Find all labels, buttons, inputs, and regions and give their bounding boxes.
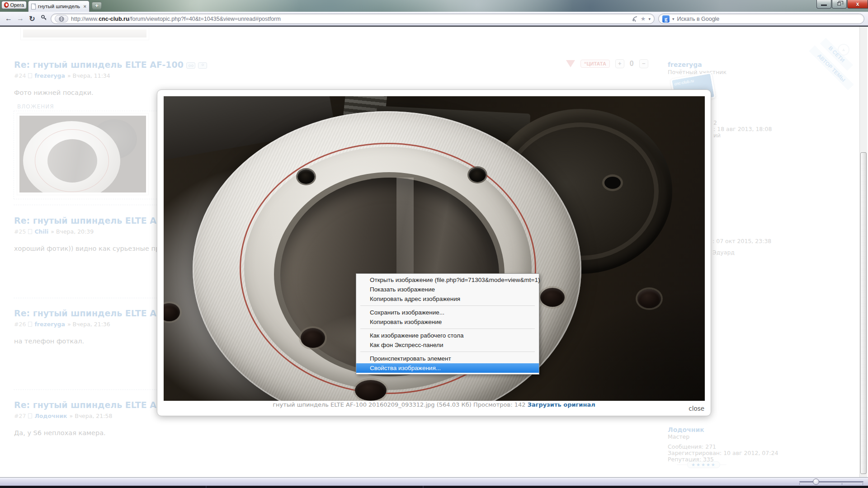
search-box[interactable]: g ▾ Искать в Google (658, 14, 864, 24)
context-menu: Открыть изображение (file.php?id=71303&m… (356, 273, 539, 375)
scrollbar-thumb[interactable] (860, 152, 867, 474)
new-tab-button[interactable]: + (92, 2, 102, 9)
close-button[interactable]: x (847, 0, 868, 9)
menu-separator (360, 352, 535, 352)
image-caption: гнутый шпиндель ELTE AF-100 20160209_093… (157, 401, 711, 408)
sidebar-username: frezeryga (668, 61, 702, 68)
url-field[interactable]: http://www.cnc-club.ru/forum/viewtopic.p… (51, 14, 655, 24)
zoom-tick (863, 483, 863, 485)
restore-icon (837, 2, 841, 5)
user-profile-icon (198, 62, 207, 69)
page-icon (31, 4, 36, 9)
search-engine-dropdown-icon[interactable]: ▾ (672, 17, 675, 21)
photo-threaded-hole (297, 169, 315, 184)
rating-stars: ★★★★★ (687, 461, 720, 468)
restore-button[interactable] (832, 0, 847, 9)
photo-bolt-hole (355, 380, 387, 401)
google-icon: g (662, 15, 670, 23)
partial-thumbnail (20, 27, 149, 40)
status-bar (0, 478, 868, 486)
globe-icon (59, 16, 64, 22)
opera-browser-window: Opera гнутый шпиндель ELT... × + x ← → ↻… (0, 0, 868, 488)
bookmark-dropdown-icon[interactable]: ▾ (648, 17, 651, 21)
quote-button: “ЦИТАТА (580, 60, 610, 68)
menu-item-copy-image-address[interactable]: Копировать адрес изображения (356, 294, 539, 304)
back-button[interactable]: ← (3, 14, 14, 23)
sidebar-fragment: : 07 окт 2015, 23:38 (712, 238, 771, 244)
titlebar: Opera гнутый шпиндель ELT... × + x (0, 0, 868, 12)
sidebar-rank: Мастер (668, 433, 689, 440)
lightbox-close-button[interactable]: close (689, 405, 704, 412)
sidebar-username: Лодочник (668, 426, 704, 433)
thumbnail-photo (19, 116, 146, 192)
reload-button[interactable]: ↻ (26, 14, 38, 23)
reputation-count: 0 (630, 60, 634, 68)
sidebar-fragment: : 18 авг 2013, 18:08 (713, 126, 772, 132)
attachment-area (14, 111, 159, 199)
permalink-icon (186, 62, 195, 69)
attachment-thumbnail (17, 113, 149, 195)
report-icon (566, 60, 575, 67)
menu-item-copy-image[interactable]: Копировать изображение (356, 317, 539, 327)
sidebar-fragment: Эдуард (712, 249, 735, 256)
zoom-tick (799, 483, 800, 485)
sidebar-fragment: ий (713, 132, 721, 139)
post-controls: “ЦИТАТА + 0 − (566, 59, 648, 68)
window-controls: x (816, 0, 868, 9)
site-badge[interactable] (55, 15, 68, 23)
zoom-slider-handle[interactable] (813, 479, 819, 485)
rss-icon[interactable] (632, 16, 638, 22)
url-text: http://www.cnc-club.ru/forum/viewtopic.p… (71, 16, 629, 22)
download-original-link[interactable]: Загрузить оригинал (528, 401, 595, 408)
tab-active[interactable]: гнутый шпиндель ELT... × (28, 0, 90, 12)
menu-separator (360, 328, 535, 329)
taskbar-edge (0, 486, 868, 488)
photo-bolt-hole (301, 328, 325, 348)
menu-separator (360, 305, 535, 306)
menu-item-image-properties[interactable]: Свойства изображения... (356, 363, 539, 373)
menu-item-open-image[interactable]: Открыть изображение (file.php?id=71303&m… (356, 275, 539, 285)
zoom-tick (842, 483, 842, 485)
menu-item-set-as-speeddial-bg[interactable]: Как фон Экспресс-панели (356, 340, 539, 350)
minimize-button[interactable] (816, 0, 831, 9)
post-meta: #24 frezeryga» Вчера, 11:34 (14, 72, 207, 79)
menu-item-inspect-element[interactable]: Проинспектировать элемент (356, 354, 539, 363)
opera-logo-icon (4, 2, 9, 8)
minus-rep-button: − (639, 59, 648, 68)
opera-menu-button[interactable]: Opera (1, 1, 27, 9)
photo-dark-corner (551, 292, 705, 401)
search-placeholder: Искать в Google (677, 16, 720, 22)
menu-item-set-as-wallpaper[interactable]: Как изображение рабочего стола (356, 331, 539, 340)
sidebar-messages: Сообщения: 271 (668, 443, 716, 450)
wand-key-icon[interactable] (38, 14, 50, 23)
sidebar-registered: Зарегистрирован: 10 авг 2012, 07:24 (668, 450, 778, 456)
photo-threaded-hole (469, 168, 486, 182)
attachments-label: ВЛОЖЕНИЯ (17, 103, 54, 110)
zoom-slider[interactable] (799, 481, 863, 483)
page-scrollbar[interactable] (859, 27, 867, 478)
minimize-icon (821, 5, 827, 6)
tab-title: гнутый шпиндель ELT... (38, 4, 81, 9)
post-title: Re: гнутый шпиндель ELTE AF-100 (14, 60, 207, 70)
tab-close-icon[interactable]: × (84, 4, 86, 9)
sidebar-fragment: 2 (713, 119, 717, 126)
opera-menu-label: Opera (10, 2, 24, 8)
plus-rep-button: + (615, 59, 624, 68)
post-sheet-icon (28, 73, 32, 78)
menu-item-show-image[interactable]: Показать изображение (356, 285, 539, 294)
forward-button[interactable]: → (14, 14, 26, 23)
scroll-top-button: ▲ (838, 44, 849, 56)
bookmark-star-icon[interactable]: ★ (641, 15, 646, 22)
menu-item-save-image[interactable]: Сохранить изображение... (356, 308, 539, 317)
